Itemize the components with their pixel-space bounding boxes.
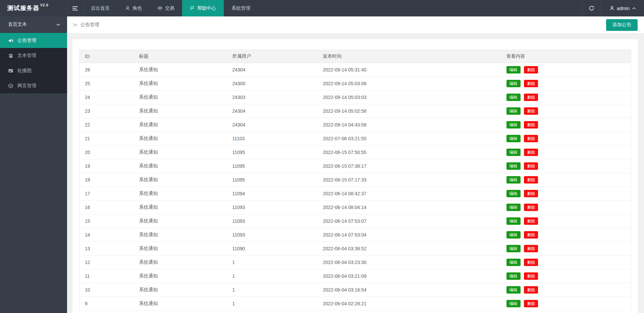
nav-label: 后台首页 <box>91 5 110 11</box>
cell-time: 2022-06-14 08:42:37 <box>318 187 501 201</box>
table-row: 24 系统通知 24303 2022-09-14 05:03:03 编辑 删除 <box>79 91 631 104</box>
edit-button[interactable]: 编辑 <box>506 149 521 156</box>
delete-button[interactable]: 删除 <box>524 135 538 142</box>
sidebar-item-text-management[interactable]: 文本管理 <box>0 48 67 63</box>
cell-actions: 编辑 删除 <box>501 242 631 256</box>
chevron-down-icon <box>56 23 60 26</box>
cell-id: 25 <box>79 77 134 91</box>
cell-actions: 编辑 删除 <box>501 201 631 214</box>
sidebar-item-web-management[interactable]: 网页管理 <box>0 78 67 93</box>
cell-actions: 编辑 删除 <box>501 173 631 187</box>
cell-title: 系统通知 <box>134 91 227 104</box>
sidebar: 首页文本 公告管理 文本管理 <box>0 16 67 313</box>
cell-title: 系统通知 <box>134 118 227 132</box>
cell-id: 11 <box>79 269 134 283</box>
cell-time: 2022-06-14 07:53:07 <box>318 214 501 228</box>
delete-button[interactable]: 删除 <box>524 80 538 87</box>
delete-button[interactable]: 删除 <box>524 190 538 197</box>
cell-id: 20 <box>79 146 134 159</box>
cell-time: 2022-06-14 07:53:04 <box>318 228 501 242</box>
cell-time: 2022-06-04 03:38:52 <box>318 242 501 256</box>
cell-title: 系统通知 <box>134 201 227 214</box>
sidebar-item-carousel[interactable]: 轮播图 <box>0 63 67 78</box>
scales-icon <box>157 6 163 11</box>
edit-button[interactable]: 编辑 <box>506 231 521 239</box>
delete-button[interactable]: 删除 <box>524 245 538 252</box>
edit-button[interactable]: 编辑 <box>506 204 521 211</box>
edit-button[interactable]: 编辑 <box>506 300 521 307</box>
cell-id: 12 <box>79 256 134 269</box>
delete-button[interactable]: 删除 <box>524 94 538 101</box>
edit-button[interactable]: 编辑 <box>506 245 521 252</box>
refresh-button[interactable] <box>582 0 601 16</box>
edit-button[interactable]: 编辑 <box>506 121 521 128</box>
edit-button[interactable]: 编辑 <box>506 162 521 170</box>
table-row: 17 系统通知 11094 2022-06-14 08:42:37 编辑 删除 <box>79 187 631 201</box>
delete-button[interactable]: 删除 <box>524 176 538 184</box>
cell-id: 17 <box>79 187 134 201</box>
cell-time: 2022-06-15 07:50:55 <box>318 146 501 159</box>
cell-id: 24 <box>79 91 134 104</box>
edit-button[interactable]: 编辑 <box>506 286 521 294</box>
table-header: ID 标题 所属用户 发表时间 查看内容 <box>79 50 631 63</box>
edit-button[interactable]: 编辑 <box>506 94 521 101</box>
column-header-time: 发表时间 <box>318 50 501 63</box>
delete-button[interactable]: 删除 <box>524 204 538 211</box>
cell-title: 系统通知 <box>134 228 227 242</box>
brand-logo: 测试服务器 V2.0 <box>0 0 67 16</box>
cell-title: 系统通知 <box>134 132 227 146</box>
nav-item-system[interactable]: 系统管理 <box>224 0 258 16</box>
edit-button[interactable]: 编辑 <box>506 259 521 266</box>
cell-user: 1 <box>227 256 318 269</box>
delete-button[interactable]: 删除 <box>524 272 538 280</box>
cell-user: 11093 <box>227 228 318 242</box>
column-header-view: 查看内容 <box>501 50 631 63</box>
sidebar-item-announcements[interactable]: 公告管理 <box>0 33 67 48</box>
cell-actions: 编辑 删除 <box>501 159 631 173</box>
cell-time: 2022-06-04 03:23:30 <box>318 256 501 269</box>
delete-button[interactable]: 删除 <box>524 66 538 73</box>
delete-button[interactable]: 删除 <box>524 286 538 294</box>
cell-actions: 编辑 删除 <box>501 283 631 297</box>
sidebar-group-home-text[interactable]: 首页文本 <box>0 16 67 33</box>
cell-time: 2022-06-04 02:28:21 <box>318 297 501 311</box>
edit-button[interactable]: 编辑 <box>506 107 521 115</box>
edit-button[interactable]: 编辑 <box>506 135 521 142</box>
content-area: ID 标题 所属用户 发表时间 查看内容 26 系统通知 24304 2022-… <box>67 34 644 313</box>
delete-button[interactable]: 删除 <box>524 162 538 170</box>
nav-item-transactions[interactable]: 交易 <box>150 0 182 16</box>
add-announcement-button[interactable]: 添加公告 <box>606 19 638 31</box>
cell-id: 19 <box>79 159 134 173</box>
delete-button[interactable]: 删除 <box>524 149 538 156</box>
nav-item-roles[interactable]: 角色 <box>117 0 150 16</box>
edit-button[interactable]: 编辑 <box>506 80 521 87</box>
cell-id: 23 <box>79 104 134 118</box>
table-row: 23 系统通知 24304 2022-09-14 05:02:58 编辑 删除 <box>79 104 631 118</box>
edit-button[interactable]: 编辑 <box>506 190 521 197</box>
cell-time: 2022-09-14 05:03:08 <box>318 77 501 91</box>
nav-item-dashboard[interactable]: 后台首页 <box>83 0 117 16</box>
main-content: ≫ 公告管理 添加公告 ID 标题 所属用户 发表时间 查看内容 <box>67 16 644 313</box>
delete-button[interactable]: 删除 <box>524 231 538 239</box>
sidebar-toggle-button[interactable] <box>67 0 83 16</box>
column-header-user: 所属用户 <box>227 50 318 63</box>
cell-user: 11090 <box>227 242 318 256</box>
book-icon <box>8 53 13 58</box>
user-menu[interactable]: admin <box>601 0 644 16</box>
edit-button[interactable]: 编辑 <box>506 272 521 280</box>
cell-title: 系统通知 <box>134 283 227 297</box>
edit-button[interactable]: 编辑 <box>506 66 521 73</box>
cell-user: 11094 <box>227 187 318 201</box>
delete-button[interactable]: 删除 <box>524 259 538 266</box>
nav-item-help-center[interactable]: 帮助中心 <box>182 0 224 16</box>
cell-title: 系统通知 <box>134 173 227 187</box>
delete-button[interactable]: 删除 <box>524 121 538 128</box>
cell-time: 2022-09-14 05:02:58 <box>318 104 501 118</box>
edit-button[interactable]: 编辑 <box>506 217 521 225</box>
cell-actions: 编辑 删除 <box>501 214 631 228</box>
delete-button[interactable]: 删除 <box>524 300 538 307</box>
delete-button[interactable]: 删除 <box>524 107 538 115</box>
edit-button[interactable]: 编辑 <box>506 176 521 184</box>
delete-button[interactable]: 删除 <box>524 217 538 225</box>
page-title: 公告管理 <box>80 22 99 28</box>
